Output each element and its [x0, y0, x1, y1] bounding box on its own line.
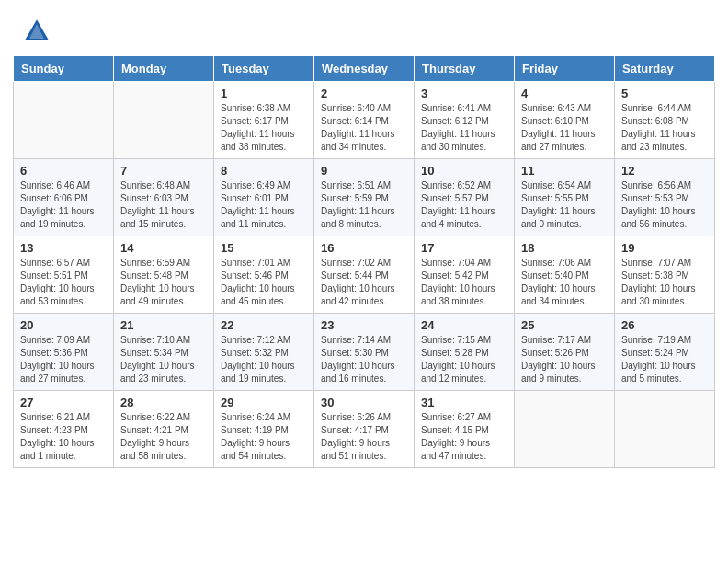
day-info: Sunrise: 7:17 AM Sunset: 5:26 PM Dayligh… — [521, 334, 608, 385]
day-info: Sunrise: 7:01 AM Sunset: 5:46 PM Dayligh… — [221, 257, 307, 308]
calendar-cell — [615, 391, 715, 468]
day-number: 19 — [621, 241, 708, 255]
calendar-cell: 31Sunrise: 6:27 AM Sunset: 4:15 PM Dayli… — [415, 391, 515, 468]
day-info: Sunrise: 6:56 AM Sunset: 5:53 PM Dayligh… — [621, 179, 708, 231]
calendar-week-row: 1Sunrise: 6:38 AM Sunset: 6:17 PM Daylig… — [14, 82, 715, 159]
day-info: Sunrise: 6:27 AM Sunset: 4:15 PM Dayligh… — [421, 411, 507, 463]
day-number: 31 — [421, 396, 507, 409]
calendar-cell: 8Sunrise: 6:49 AM Sunset: 6:01 PM Daylig… — [214, 159, 314, 236]
calendar-week-row: 13Sunrise: 6:57 AM Sunset: 5:51 PM Dayli… — [14, 236, 715, 314]
calendar-cell: 2Sunrise: 6:40 AM Sunset: 6:14 PM Daylig… — [314, 82, 415, 159]
day-info: Sunrise: 6:38 AM Sunset: 6:17 PM Dayligh… — [221, 102, 307, 154]
logo — [22, 17, 55, 46]
calendar-cell: 28Sunrise: 6:22 AM Sunset: 4:21 PM Dayli… — [114, 391, 214, 468]
calendar-cell: 9Sunrise: 6:51 AM Sunset: 5:59 PM Daylig… — [314, 159, 415, 236]
day-info: Sunrise: 6:57 AM Sunset: 5:51 PM Dayligh… — [20, 257, 107, 308]
calendar-cell — [114, 82, 214, 159]
day-number: 11 — [521, 164, 608, 178]
calendar-cell: 25Sunrise: 7:17 AM Sunset: 5:26 PM Dayli… — [515, 314, 615, 391]
day-number: 20 — [20, 318, 107, 332]
calendar-cell: 14Sunrise: 6:59 AM Sunset: 5:48 PM Dayli… — [114, 236, 214, 314]
day-info: Sunrise: 7:04 AM Sunset: 5:42 PM Dayligh… — [421, 257, 507, 308]
day-info: Sunrise: 6:59 AM Sunset: 5:48 PM Dayligh… — [120, 257, 207, 308]
calendar-cell: 23Sunrise: 7:14 AM Sunset: 5:30 PM Dayli… — [314, 314, 415, 391]
day-info: Sunrise: 7:02 AM Sunset: 5:44 PM Dayligh… — [321, 257, 407, 308]
day-number: 27 — [20, 396, 107, 409]
day-info: Sunrise: 6:48 AM Sunset: 6:03 PM Dayligh… — [120, 179, 207, 231]
weekday-header-friday: Friday — [515, 56, 615, 82]
day-number: 13 — [20, 241, 107, 255]
day-number: 17 — [421, 241, 507, 255]
calendar-cell: 4Sunrise: 6:43 AM Sunset: 6:10 PM Daylig… — [515, 82, 615, 159]
day-number: 1 — [221, 86, 307, 100]
calendar-cell: 18Sunrise: 7:06 AM Sunset: 5:40 PM Dayli… — [515, 236, 615, 314]
day-info: Sunrise: 6:43 AM Sunset: 6:10 PM Dayligh… — [521, 102, 608, 154]
calendar-cell: 30Sunrise: 6:26 AM Sunset: 4:17 PM Dayli… — [314, 391, 415, 468]
calendar-cell — [515, 391, 615, 468]
calendar-table: SundayMondayTuesdayWednesdayThursdayFrid… — [13, 55, 715, 468]
day-number: 6 — [20, 164, 107, 178]
weekday-header-saturday: Saturday — [615, 56, 715, 82]
day-info: Sunrise: 6:24 AM Sunset: 4:19 PM Dayligh… — [221, 411, 307, 463]
page-header — [0, 0, 728, 55]
day-number: 28 — [120, 396, 207, 409]
day-number: 30 — [321, 396, 407, 409]
calendar-cell: 19Sunrise: 7:07 AM Sunset: 5:38 PM Dayli… — [615, 236, 715, 314]
weekday-header-row: SundayMondayTuesdayWednesdayThursdayFrid… — [14, 56, 715, 82]
calendar-cell: 7Sunrise: 6:48 AM Sunset: 6:03 PM Daylig… — [114, 159, 214, 236]
day-info: Sunrise: 6:54 AM Sunset: 5:55 PM Dayligh… — [521, 179, 608, 231]
day-info: Sunrise: 7:14 AM Sunset: 5:30 PM Dayligh… — [321, 334, 407, 385]
weekday-header-monday: Monday — [114, 56, 214, 82]
day-number: 26 — [621, 318, 708, 332]
day-info: Sunrise: 7:07 AM Sunset: 5:38 PM Dayligh… — [621, 257, 708, 308]
weekday-header-thursday: Thursday — [415, 56, 515, 82]
day-info: Sunrise: 6:49 AM Sunset: 6:01 PM Dayligh… — [221, 179, 307, 231]
calendar-cell — [14, 82, 114, 159]
calendar-cell: 5Sunrise: 6:44 AM Sunset: 6:08 PM Daylig… — [615, 82, 715, 159]
calendar-cell: 22Sunrise: 7:12 AM Sunset: 5:32 PM Dayli… — [214, 314, 314, 391]
calendar-cell: 1Sunrise: 6:38 AM Sunset: 6:17 PM Daylig… — [214, 82, 314, 159]
day-number: 23 — [321, 318, 407, 332]
calendar-cell: 10Sunrise: 6:52 AM Sunset: 5:57 PM Dayli… — [415, 159, 515, 236]
day-number: 15 — [221, 241, 307, 255]
day-number: 18 — [521, 241, 608, 255]
day-number: 8 — [221, 164, 307, 178]
day-info: Sunrise: 7:19 AM Sunset: 5:24 PM Dayligh… — [621, 334, 708, 385]
calendar-week-row: 20Sunrise: 7:09 AM Sunset: 5:36 PM Dayli… — [14, 314, 715, 391]
day-number: 24 — [421, 318, 507, 332]
calendar-cell: 17Sunrise: 7:04 AM Sunset: 5:42 PM Dayli… — [415, 236, 515, 314]
calendar-cell: 12Sunrise: 6:56 AM Sunset: 5:53 PM Dayli… — [615, 159, 715, 236]
day-info: Sunrise: 6:40 AM Sunset: 6:14 PM Dayligh… — [321, 102, 407, 154]
calendar-cell: 21Sunrise: 7:10 AM Sunset: 5:34 PM Dayli… — [114, 314, 214, 391]
calendar-cell: 3Sunrise: 6:41 AM Sunset: 6:12 PM Daylig… — [415, 82, 515, 159]
calendar-week-row: 27Sunrise: 6:21 AM Sunset: 4:23 PM Dayli… — [14, 391, 715, 468]
day-info: Sunrise: 7:12 AM Sunset: 5:32 PM Dayligh… — [221, 334, 307, 385]
day-info: Sunrise: 7:06 AM Sunset: 5:40 PM Dayligh… — [521, 257, 608, 308]
calendar-cell: 27Sunrise: 6:21 AM Sunset: 4:23 PM Dayli… — [14, 391, 114, 468]
calendar-cell: 24Sunrise: 7:15 AM Sunset: 5:28 PM Dayli… — [415, 314, 515, 391]
day-number: 5 — [621, 86, 708, 100]
calendar-cell: 29Sunrise: 6:24 AM Sunset: 4:19 PM Dayli… — [214, 391, 314, 468]
calendar-cell: 20Sunrise: 7:09 AM Sunset: 5:36 PM Dayli… — [14, 314, 114, 391]
day-info: Sunrise: 6:41 AM Sunset: 6:12 PM Dayligh… — [421, 102, 507, 154]
calendar-cell: 13Sunrise: 6:57 AM Sunset: 5:51 PM Dayli… — [14, 236, 114, 314]
logo-icon — [22, 17, 51, 46]
day-number: 9 — [321, 164, 407, 178]
day-number: 22 — [221, 318, 307, 332]
calendar-cell: 15Sunrise: 7:01 AM Sunset: 5:46 PM Dayli… — [214, 236, 314, 314]
day-number: 3 — [421, 86, 507, 100]
day-info: Sunrise: 7:15 AM Sunset: 5:28 PM Dayligh… — [421, 334, 507, 385]
calendar-week-row: 6Sunrise: 6:46 AM Sunset: 6:06 PM Daylig… — [14, 159, 715, 236]
day-info: Sunrise: 6:52 AM Sunset: 5:57 PM Dayligh… — [421, 179, 507, 231]
day-info: Sunrise: 6:22 AM Sunset: 4:21 PM Dayligh… — [120, 411, 207, 463]
day-info: Sunrise: 7:09 AM Sunset: 5:36 PM Dayligh… — [20, 334, 107, 385]
weekday-header-sunday: Sunday — [14, 56, 114, 82]
day-info: Sunrise: 6:26 AM Sunset: 4:17 PM Dayligh… — [321, 411, 407, 463]
day-number: 2 — [321, 86, 407, 100]
day-number: 25 — [521, 318, 608, 332]
day-info: Sunrise: 7:10 AM Sunset: 5:34 PM Dayligh… — [120, 334, 207, 385]
day-number: 14 — [120, 241, 207, 255]
day-number: 12 — [621, 164, 708, 178]
day-number: 10 — [421, 164, 507, 178]
weekday-header-tuesday: Tuesday — [214, 56, 314, 82]
